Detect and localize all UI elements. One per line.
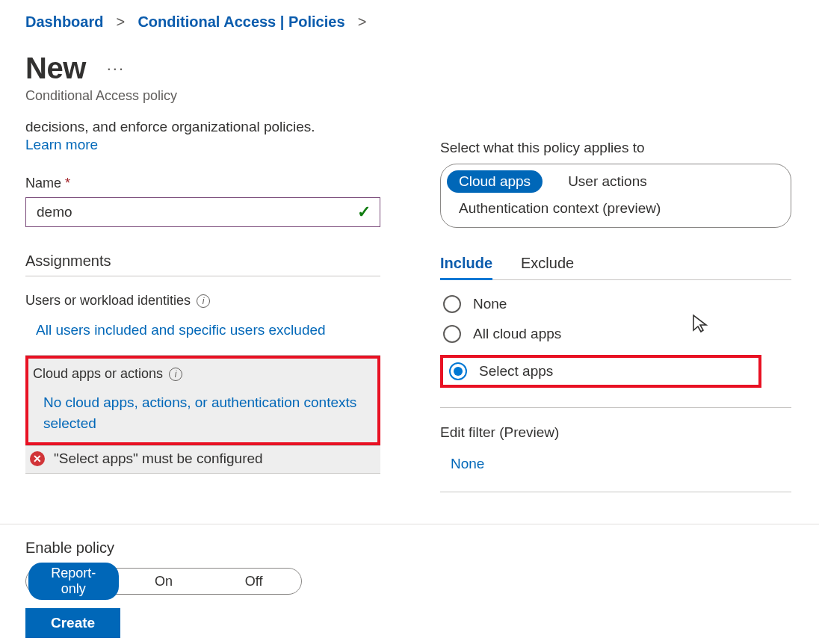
error-icon: ✕ [30, 451, 45, 466]
cursor-icon [692, 314, 708, 333]
users-row-value[interactable]: All users included and specific users ex… [36, 322, 380, 338]
enable-policy-label: Enable policy [25, 539, 819, 557]
tab-include[interactable]: Include [440, 255, 492, 280]
checkmark-icon: ✓ [357, 202, 371, 222]
pill-user-actions[interactable]: User actions [556, 170, 659, 193]
description-text: decisions, and enforce organizational po… [25, 119, 380, 135]
name-input[interactable] [35, 203, 357, 221]
users-row-label: Users or workload identities i [25, 293, 380, 309]
enable-policy-segmented[interactable]: Report-only On Off [25, 568, 302, 595]
radio-label-all-cloud-apps: All cloud apps [473, 326, 561, 342]
assignments-header: Assignments [25, 253, 380, 276]
edit-filter-label: Edit filter (Preview) [440, 424, 761, 441]
more-actions-icon[interactable]: ··· [107, 59, 125, 78]
include-radio-group: None All cloud apps Select apps [440, 295, 761, 388]
pill-cloud-apps[interactable]: Cloud apps [447, 170, 543, 193]
cloud-apps-row-value[interactable]: No cloud apps, actions, or authenticatio… [43, 392, 357, 433]
bottom-bar: Enable policy Report-only On Off Create [0, 524, 819, 644]
seg-on[interactable]: On [119, 571, 209, 592]
radio-icon [443, 295, 461, 313]
radio-select-apps[interactable]: Select apps [446, 362, 553, 380]
name-label: Name * [25, 176, 380, 191]
breadcrumb-conditional-access-policies[interactable]: Conditional Access | Policies [137, 13, 344, 30]
name-input-container[interactable]: ✓ [25, 197, 380, 227]
info-icon[interactable]: i [169, 368, 182, 381]
chevron-right-icon: > [112, 13, 129, 30]
radio-icon [449, 362, 467, 380]
radio-all-cloud-apps[interactable]: All cloud apps [440, 325, 761, 343]
breadcrumb-dashboard[interactable]: Dashboard [25, 13, 103, 30]
edit-filter-value[interactable]: None [451, 456, 761, 472]
include-exclude-tabs: Include Exclude [440, 255, 791, 280]
info-icon[interactable]: i [197, 294, 210, 308]
radio-select-apps-highlighted: Select apps [440, 355, 761, 388]
radio-none[interactable]: None [440, 295, 761, 313]
page-title: New [25, 52, 86, 85]
seg-off[interactable]: Off [208, 571, 299, 592]
radio-label-none: None [473, 296, 507, 312]
create-button[interactable]: Create [25, 608, 120, 638]
tab-exclude[interactable]: Exclude [521, 255, 574, 279]
cloud-apps-row-label: Cloud apps or actions i [33, 366, 370, 382]
pill-auth-context[interactable]: Authentication context (preview) [447, 197, 673, 220]
applies-to-segmented[interactable]: Cloud apps User actions Authentication c… [440, 164, 791, 228]
page-subtitle: Conditional Access policy [25, 88, 819, 104]
cloud-apps-row-highlighted[interactable]: Cloud apps or actions i No cloud apps, a… [25, 356, 380, 445]
radio-label-select-apps: Select apps [479, 363, 553, 380]
learn-more-link[interactable]: Learn more [25, 137, 380, 153]
breadcrumb: Dashboard > Conditional Access | Policie… [25, 13, 819, 31]
required-indicator: * [65, 176, 70, 191]
chevron-right-icon: > [353, 13, 366, 30]
validation-error-row: ✕ "Select apps" must be configured [25, 445, 380, 474]
radio-icon [443, 325, 461, 343]
error-text: "Select apps" must be configured [54, 451, 263, 467]
applies-to-label: Select what this policy applies to [440, 140, 761, 156]
